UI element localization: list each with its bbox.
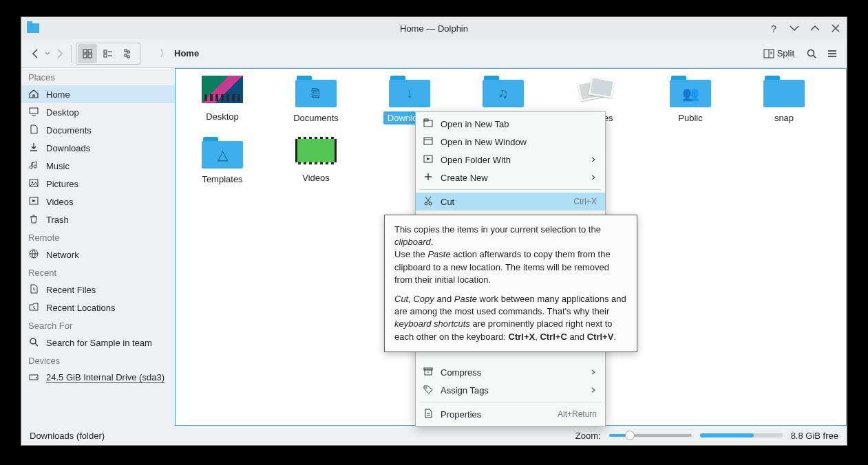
chevron-right-icon: [590, 367, 597, 378]
search-header: Search For: [21, 316, 175, 334]
recent-header: Recent: [21, 263, 175, 281]
file-item-templates[interactable]: △Templates: [176, 137, 269, 186]
svg-rect-4: [104, 50, 107, 53]
svg-point-24: [32, 181, 33, 182]
svg-point-45: [425, 387, 427, 389]
file-item-videos[interactable]: Videos: [269, 137, 363, 186]
maximize-button[interactable]: [809, 23, 821, 34]
menu-item-label: Properties: [441, 409, 551, 420]
sidebar-item-videos[interactable]: Videos: [21, 193, 175, 210]
details-view-button[interactable]: [119, 44, 138, 63]
file-item-public[interactable]: 👥Public: [644, 76, 737, 125]
sidebar-item-music[interactable]: Music: [21, 157, 175, 175]
sidebar-icon: [28, 213, 39, 226]
folder-icon: ♫: [483, 76, 524, 107]
sidebar-item-network[interactable]: Network: [21, 246, 175, 263]
window-icon: [423, 136, 434, 149]
svg-rect-0: [83, 50, 87, 53]
svg-point-27: [30, 338, 36, 344]
folder-icon: ↓: [389, 76, 430, 107]
menu-item-label: Open Folder With: [441, 155, 583, 165]
sidebar-item-label: Downloads: [46, 143, 90, 153]
svg-rect-8: [125, 50, 127, 52]
svg-rect-1: [88, 50, 92, 53]
menu-item-label: Compress: [441, 367, 583, 378]
sidebar-item-24-5-gib-internal-drive-sda3-[interactable]: 24.5 GiB Internal Drive (sda3): [21, 369, 175, 387]
back-history-dropdown[interactable]: [43, 44, 52, 63]
menu-item-cut[interactable]: CutCtrl+X: [416, 193, 605, 210]
sidebar-icon: [28, 106, 39, 119]
toolbar: 〉 Home Split: [21, 39, 847, 68]
svg-rect-33: [424, 138, 432, 144]
sidebar-item-home[interactable]: Home: [21, 85, 175, 103]
menu-item-open-in-new-window[interactable]: Open in New Window: [416, 133, 605, 151]
file-item-documents[interactable]: 🗎Documents: [269, 76, 363, 125]
zoom-slider[interactable]: [609, 434, 692, 437]
sidebar-item-recent-files[interactable]: Recent Files: [21, 281, 175, 299]
search-button[interactable]: [804, 44, 819, 63]
sidebar-icon: [28, 177, 39, 191]
menu-item-properties[interactable]: PropertiesAlt+Return: [416, 405, 605, 423]
file-label: Public: [674, 111, 706, 125]
sidebar-item-documents[interactable]: Documents: [21, 121, 175, 139]
sidebar-icon: [28, 88, 39, 101]
sidebar-item-label: Recent Files: [46, 285, 96, 295]
sidebar-item-recent-locations[interactable]: Recent Locations: [21, 299, 175, 316]
menu-item-open-in-new-tab[interactable]: Open in New Tab: [416, 115, 605, 133]
breadcrumb-segment[interactable]: Home: [174, 48, 199, 58]
sidebar-item-label: 24.5 GiB Internal Drive (sda3): [46, 372, 165, 383]
menu-button[interactable]: [825, 44, 840, 63]
breadcrumb[interactable]: 〉 Home: [160, 47, 199, 60]
svg-rect-2: [83, 54, 87, 58]
file-item-snap[interactable]: snap: [737, 76, 831, 125]
sidebar-item-desktop[interactable]: Desktop: [21, 103, 175, 121]
zoom-label: Zoom:: [575, 431, 601, 441]
sidebar-item-label: Search for Sample in team: [46, 338, 152, 348]
split-label: Split: [777, 48, 794, 58]
sidebar-icon: [28, 248, 39, 261]
svg-point-30: [36, 377, 37, 378]
doc-icon: [423, 408, 434, 421]
play-icon: [423, 153, 434, 166]
cut-icon: [423, 195, 434, 208]
menu-item-open-folder-with[interactable]: Open Folder With: [416, 151, 605, 169]
statusbar: Downloads (folder) Zoom: 8.8 GiB free: [21, 426, 847, 445]
back-button[interactable]: [28, 44, 43, 63]
close-button[interactable]: [830, 23, 841, 34]
chevron-right-icon: 〉: [160, 47, 169, 60]
sidebar-item-label: Pictures: [46, 179, 78, 189]
places-header: Places: [21, 68, 175, 85]
minimize-button[interactable]: [789, 23, 800, 34]
split-button[interactable]: Split: [759, 45, 798, 62]
file-label: Templates: [198, 173, 246, 186]
sidebar-item-downloads[interactable]: Downloads: [21, 139, 175, 157]
help-button[interactable]: ?: [768, 23, 779, 34]
menu-item-create-new[interactable]: Create New: [416, 169, 605, 186]
compact-view-button[interactable]: [98, 44, 118, 63]
file-item-desktop[interactable]: Desktop: [176, 76, 269, 125]
menu-item-label: Create New: [441, 173, 583, 183]
menu-item-label: Open in New Tab: [441, 119, 597, 129]
disk-usage-bar: [700, 433, 783, 437]
sidebar-icon: [28, 301, 39, 314]
forward-button[interactable]: [52, 44, 67, 63]
free-space: 8.8 GiB free: [791, 431, 838, 441]
menu-accelerator: Ctrl+X: [573, 197, 597, 206]
sidebar-item-label: Home: [46, 89, 70, 100]
menu-item-compress[interactable]: Compress: [416, 363, 605, 381]
menu-item-assign-tags[interactable]: Assign Tags: [416, 381, 605, 399]
sidebar-icon: [28, 195, 39, 208]
menu-item-label: Cut: [441, 197, 567, 207]
sidebar-item-pictures[interactable]: Pictures: [21, 175, 175, 193]
remote-header: Remote: [21, 228, 175, 246]
folder-icon: [295, 137, 337, 164]
sidebar-item-trash[interactable]: Trash: [21, 210, 175, 228]
icons-view-button[interactable]: [78, 44, 97, 63]
sidebar-item-search-for-sample-in-team[interactable]: Search for Sample in team: [21, 334, 175, 352]
svg-point-39: [429, 202, 432, 205]
sidebar-icon: [28, 371, 39, 385]
tag-icon: [423, 384, 434, 397]
chevron-right-icon: [590, 173, 597, 183]
sidebar: Places HomeDesktopDocumentsDownloadsMusi…: [21, 68, 175, 426]
tooltip: This copies the items in your current se…: [384, 215, 637, 352]
